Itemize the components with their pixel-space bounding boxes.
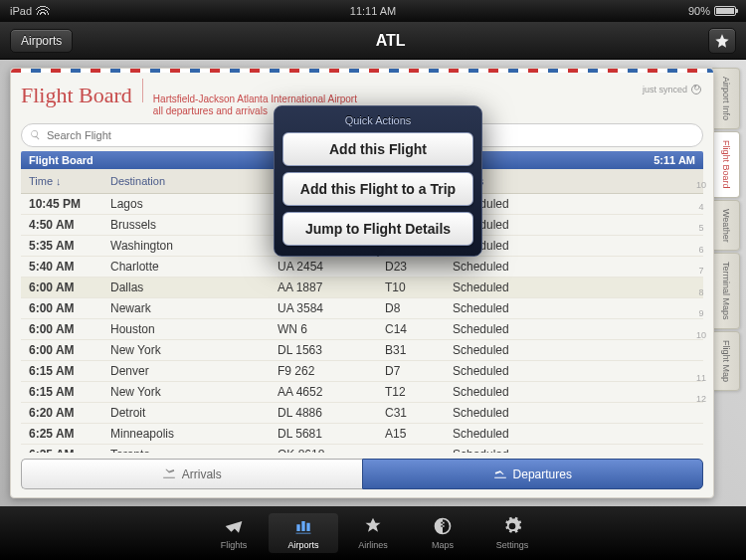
- cell-time: 5:40 AM: [29, 260, 110, 274]
- cell-flight: AA 1887: [278, 280, 385, 294]
- side-tab-terminal-maps[interactable]: Terminal Maps: [712, 253, 740, 329]
- col-time[interactable]: Time: [29, 175, 110, 187]
- cell-destination: Dallas: [110, 280, 278, 294]
- side-tab-flight-board[interactable]: Flight Board: [712, 131, 740, 198]
- side-tab-weather[interactable]: Weather: [712, 200, 740, 252]
- cell-time: 6:00 AM: [29, 280, 110, 294]
- wifi-icon: [36, 5, 50, 17]
- cell-gate: T12: [385, 385, 453, 399]
- popover-title: Quick Actions: [282, 112, 473, 132]
- nav-back-button[interactable]: Airports: [10, 29, 73, 53]
- tab-settings[interactable]: Settings: [477, 516, 547, 550]
- side-tab-airport-info[interactable]: Airport Info: [712, 68, 740, 129]
- cell-gate: [385, 448, 453, 453]
- flight-row[interactable]: 6:20 AMDetroitDL 4886C31Scheduled: [21, 403, 703, 424]
- page-number: 6: [693, 245, 709, 267]
- cell-time: 6:15 AM: [29, 364, 110, 378]
- cell-destination: Newark: [110, 301, 278, 315]
- cell-flight: DL 4886: [278, 406, 385, 420]
- page-number: [693, 416, 709, 438]
- title-separator: [142, 79, 143, 102]
- page-number: 4: [693, 202, 709, 224]
- cell-destination: Detroit: [110, 406, 278, 420]
- cell-gate: A15: [385, 427, 453, 441]
- battery-percent: 90%: [688, 5, 710, 17]
- page-number: 7: [693, 266, 709, 287]
- cell-destination: Denver: [110, 364, 278, 378]
- page-number: 10: [693, 180, 709, 202]
- arrivals-button[interactable]: Arrivals: [21, 459, 362, 489]
- cell-time: 6:15 AM: [29, 385, 110, 399]
- popover-button[interactable]: Add this Flight to a Trip: [282, 172, 473, 206]
- cell-destination: Houston: [110, 322, 278, 336]
- tab-airlines[interactable]: Airlines: [338, 516, 408, 550]
- side-tab-flight-map[interactable]: Flight Map: [712, 331, 740, 391]
- cell-destination: Washington: [110, 239, 278, 253]
- flight-row[interactable]: 6:00 AMDallasAA 1887T10Scheduled: [21, 278, 703, 298]
- status-bar: iPad 11:11 AM 90%: [0, 0, 746, 22]
- page-number: 12: [693, 394, 709, 416]
- page-number: 8: [693, 287, 709, 309]
- cell-time: 4:50 AM: [29, 218, 110, 232]
- cell-destination: Lagos: [110, 197, 278, 211]
- clock: 11:11 AM: [350, 5, 396, 17]
- airmail-border: [11, 69, 713, 73]
- cell-gate: B31: [385, 343, 453, 357]
- cell-gate: C31: [385, 406, 453, 420]
- page-number: 5: [693, 223, 709, 245]
- flight-row[interactable]: 6:00 AMHoustonWN 6C14Scheduled: [21, 319, 703, 340]
- cell-destination: New York: [110, 385, 278, 399]
- col-destination[interactable]: Destination: [110, 175, 278, 187]
- cell-gate: D23: [385, 260, 453, 274]
- departures-icon: [493, 466, 507, 482]
- cell-destination: New York: [110, 343, 278, 357]
- cell-gate: C14: [385, 322, 453, 336]
- battery-icon: [714, 6, 736, 16]
- cell-status: Scheduled: [453, 406, 572, 420]
- departures-button[interactable]: Departures: [362, 459, 704, 489]
- cell-destination: Charlotte: [110, 260, 278, 274]
- cell-time: 6:25 AM: [29, 427, 110, 441]
- cell-time: 6:20 AM: [29, 406, 110, 420]
- flight-row[interactable]: 6:25 AMTorontoQK 8618Scheduled: [21, 445, 703, 453]
- search-icon: [30, 126, 41, 144]
- cell-flight: UA 3584: [278, 301, 385, 315]
- cell-flight: AA 4652: [278, 385, 385, 399]
- page-number: [693, 351, 709, 373]
- tab-maps[interactable]: Maps: [408, 516, 477, 550]
- flight-row[interactable]: 6:25 AMMinneapolisDL 5681A15Scheduled: [21, 424, 703, 445]
- cell-destination: Minneapolis: [110, 427, 278, 441]
- flight-row[interactable]: 5:40 AMCharlotteUA 2454D23Scheduled: [21, 257, 703, 278]
- cell-time: 6:00 AM: [29, 343, 110, 357]
- device-label: iPad: [10, 5, 32, 17]
- maps-icon: [431, 516, 455, 538]
- cell-flight: WN 6: [278, 322, 385, 336]
- popover-button[interactable]: Jump to Flight Details: [282, 212, 473, 246]
- page-number: 11: [693, 373, 709, 395]
- cell-flight: QK 8618: [278, 448, 385, 453]
- page-number: 9: [693, 308, 709, 330]
- cell-status: Scheduled: [453, 385, 572, 399]
- cell-status: Scheduled: [453, 427, 572, 441]
- settings-icon: [500, 516, 524, 538]
- cell-status: Scheduled: [453, 322, 572, 336]
- tab-flights[interactable]: Flights: [199, 516, 269, 550]
- flight-row[interactable]: 6:00 AMNewarkUA 3584D8Scheduled: [21, 298, 703, 319]
- sync-status[interactable]: just synced: [643, 85, 701, 94]
- flight-row[interactable]: 6:15 AMNew YorkAA 4652T12Scheduled: [21, 382, 703, 403]
- popover-button[interactable]: Add this Flight: [282, 132, 473, 166]
- favorite-button[interactable]: [708, 28, 736, 54]
- cell-gate: T10: [385, 280, 453, 294]
- side-tabs: Airport InfoFlight BoardWeatherTerminal …: [712, 68, 740, 498]
- arrivals-icon: [162, 466, 176, 482]
- cell-gate: D7: [385, 364, 453, 378]
- tab-airports[interactable]: Airports: [269, 513, 338, 553]
- cell-time: 6:00 AM: [29, 301, 110, 315]
- cell-time: 5:35 AM: [29, 239, 110, 253]
- flight-row[interactable]: 6:00 AMNew YorkDL 1563B31Scheduled: [21, 340, 703, 361]
- cell-status: Scheduled: [453, 301, 572, 315]
- cell-status: Scheduled: [453, 448, 572, 453]
- arrivals-departures-toggle: Arrivals Departures: [21, 459, 703, 489]
- star-icon: [714, 33, 730, 49]
- flight-row[interactable]: 6:15 AMDenverF9 262D7Scheduled: [21, 361, 703, 382]
